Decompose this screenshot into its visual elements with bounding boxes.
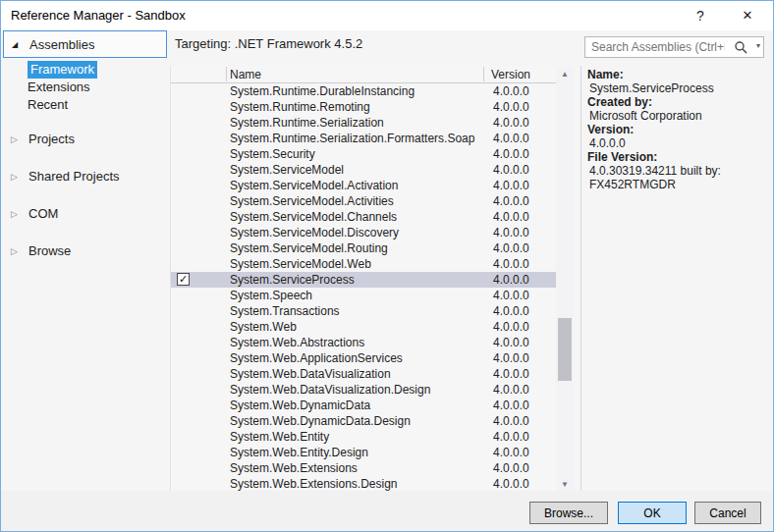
sidebar-item-extensions[interactable]: Extensions [1, 79, 169, 96]
table-row[interactable]: System.Web.DynamicData.Design4.0.0.0 [171, 413, 556, 429]
search-box[interactable]: ▾ [584, 36, 764, 58]
table-row[interactable]: System.ServiceModel.Routing4.0.0.0 [171, 240, 556, 256]
table-row[interactable]: System.Web.Extensions.Design4.0.0.0 [171, 476, 556, 492]
browse-button[interactable]: Browse... [529, 502, 608, 524]
assembly-name: System.Web.DynamicData [230, 398, 370, 413]
assembly-version: 4.0.0.0 [493, 366, 529, 382]
assembly-version: 4.0.0.0 [493, 460, 529, 476]
cancel-button[interactable]: Cancel [694, 502, 761, 524]
targeting-label: Targeting: .NET Framework 4.5.2 [175, 36, 362, 51]
table-row[interactable]: System.Transactions4.0.0.0 [171, 303, 556, 319]
assembly-version: 4.0.0.0 [493, 398, 529, 413]
assembly-version: 4.0.0.0 [493, 209, 529, 225]
help-button[interactable]: ? [685, 4, 716, 27]
table-row[interactable]: System.Runtime.DurableInstancing4.0.0.0 [171, 83, 556, 99]
search-input[interactable] [585, 37, 725, 57]
assembly-version: 4.0.0.0 [493, 240, 529, 256]
assembly-name: System.Web.ApplicationServices [230, 350, 403, 366]
expander-collapsed-icon[interactable]: ▷ [11, 200, 23, 228]
sidebar-group-projects[interactable]: ▷Projects [3, 126, 167, 153]
footer: Browse... OK Cancel [1, 491, 773, 531]
assembly-name: System.Web.DataVisualization [230, 366, 391, 382]
table-row[interactable]: System.ServiceModel.Discovery4.0.0.0 [171, 225, 556, 240]
assembly-version: 4.0.0.0 [493, 413, 529, 429]
details-panel: Name:System.ServiceProcessCreated by:Mic… [587, 68, 754, 191]
assembly-version: 4.0.0.0 [493, 256, 529, 272]
scroll-up-icon[interactable]: ▲ [556, 66, 574, 82]
detail-value: Microsoft Corporation [587, 109, 754, 123]
sidebar-group-label: Shared Projects [28, 169, 120, 184]
table-row[interactable]: System.Runtime.Serialization.Formatters.… [171, 131, 556, 146]
expander-expanded-icon[interactable]: ◢ [12, 31, 24, 59]
assembly-name: System.ServiceModel.Activation [230, 178, 398, 193]
panel-splitter[interactable] [580, 66, 581, 493]
table-row[interactable]: System.Web.DataVisualization.Design4.0.0… [171, 382, 556, 398]
assembly-version: 4.0.0.0 [493, 288, 529, 303]
assembly-name: System.Web.DataVisualization.Design [230, 382, 430, 398]
sidebar-group-label: Assemblies [29, 37, 94, 52]
assembly-version: 4.0.0.0 [493, 350, 529, 366]
assembly-name: System.Web.Extensions [230, 460, 358, 476]
assembly-version: 4.0.0.0 [493, 476, 529, 492]
assembly-version: 4.0.0.0 [493, 429, 529, 445]
assembly-name: System.Web.Entity.Design [230, 445, 368, 460]
assembly-name: System.ServiceModel.Channels [230, 209, 397, 225]
sidebar-group-shared-projects[interactable]: ▷Shared Projects [3, 163, 167, 190]
search-options-caret-icon[interactable]: ▾ [756, 41, 760, 50]
table-row[interactable]: System.ServiceModel4.0.0.0 [171, 162, 556, 178]
assembly-name: System.ServiceModel [230, 162, 344, 178]
table-row[interactable]: System.Runtime.Serialization4.0.0.0 [171, 115, 556, 131]
search-icon[interactable] [734, 40, 747, 54]
assembly-version: 4.0.0.0 [493, 162, 529, 178]
table-row[interactable]: System.Web.ApplicationServices4.0.0.0 [171, 350, 556, 366]
sidebar-item-recent[interactable]: Recent [1, 96, 169, 114]
table-row[interactable]: System.Web.Extensions4.0.0.0 [171, 460, 556, 476]
expander-collapsed-icon[interactable]: ▷ [11, 163, 23, 190]
table-row[interactable]: System.ServiceModel.Channels4.0.0.0 [171, 209, 556, 225]
table-row[interactable]: System.ServiceModel.Activities4.0.0.0 [171, 193, 556, 209]
table-row[interactable]: System.Runtime.Remoting4.0.0.0 [171, 99, 556, 115]
table-row[interactable]: System.Security4.0.0.0 [171, 146, 556, 162]
close-icon[interactable]: ✕ [732, 4, 763, 27]
table-row[interactable]: System.Web.Abstractions4.0.0.0 [171, 335, 556, 350]
assembly-version: 4.0.0.0 [493, 272, 529, 288]
table-row[interactable]: ✓System.ServiceProcess4.0.0.0 [171, 272, 556, 288]
assembly-version: 4.0.0.0 [493, 178, 529, 193]
assembly-version: 4.0.0.0 [493, 83, 529, 99]
list-scrollbar[interactable]: ▲ ▼ [556, 66, 574, 493]
table-row[interactable]: System.Web.Entity.Design4.0.0.0 [171, 445, 556, 460]
assembly-name: System.Web [230, 319, 297, 335]
expander-collapsed-icon[interactable]: ▷ [11, 126, 23, 153]
checkbox-checked-icon[interactable]: ✓ [177, 273, 190, 286]
scrollbar-thumb[interactable] [558, 318, 572, 381]
titlebar: Reference Manager - Sandbox ? ✕ [1, 1, 773, 30]
table-row[interactable]: System.ServiceModel.Web4.0.0.0 [171, 256, 556, 272]
detail-label: Version: [587, 123, 754, 136]
sidebar-group-com[interactable]: ▷COM [3, 200, 167, 228]
assembly-version: 4.0.0.0 [493, 335, 529, 350]
sidebar-item-label: Framework [28, 61, 97, 79]
reference-manager-dialog: Reference Manager - Sandbox ? ✕ ◢Assembl… [0, 0, 774, 532]
sidebar-group-label: Browse [28, 243, 71, 258]
table-row[interactable]: System.Web.DynamicData4.0.0.0 [171, 398, 556, 413]
table-row[interactable]: System.Web.DataVisualization4.0.0.0 [171, 366, 556, 382]
column-separator [226, 67, 227, 81]
sidebar-item-label: Extensions [28, 80, 90, 94]
assembly-list: System.Runtime.DurableInstancing4.0.0.0S… [171, 83, 556, 493]
table-row[interactable]: System.ServiceModel.Activation4.0.0.0 [171, 178, 556, 193]
assembly-version: 4.0.0.0 [493, 225, 529, 240]
expander-collapsed-icon[interactable]: ▷ [11, 238, 23, 265]
sidebar-group-label: COM [28, 206, 58, 221]
sidebar-item-framework[interactable]: Framework [1, 61, 169, 79]
sidebar-group-browse[interactable]: ▷Browse [3, 238, 167, 265]
table-row[interactable]: System.Web4.0.0.0 [171, 319, 556, 335]
table-row[interactable]: System.Speech4.0.0.0 [171, 288, 556, 303]
assembly-version: 4.0.0.0 [493, 382, 529, 398]
sidebar-group-assemblies[interactable]: ◢Assemblies [3, 30, 167, 58]
column-header-name: Name [230, 68, 261, 81]
assembly-version: 4.0.0.0 [493, 115, 529, 131]
ok-button[interactable]: OK [618, 502, 687, 524]
table-row[interactable]: System.Web.Entity4.0.0.0 [171, 429, 556, 445]
assembly-name: System.Runtime.Serialization [230, 115, 384, 131]
assembly-name: System.Runtime.DurableInstancing [230, 83, 415, 99]
